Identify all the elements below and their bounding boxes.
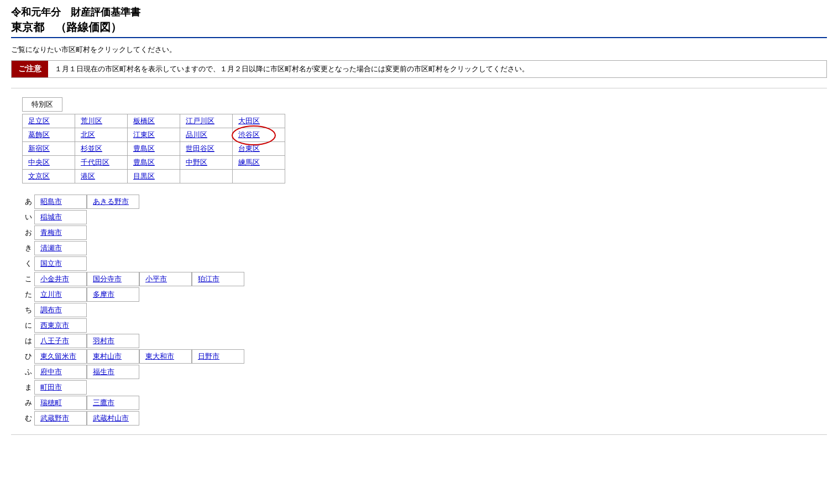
table-cell: 渋谷区 bbox=[233, 128, 285, 142]
kana-label-ta: た bbox=[22, 287, 34, 302]
ward-link-arakawa[interactable]: 荒川区 bbox=[81, 117, 102, 125]
city-cells-ta: 立川市 多摩市 bbox=[34, 287, 139, 302]
city-link-akishima[interactable]: 昭島市 bbox=[40, 197, 62, 206]
table-row: 新宿区 杉並区 豊島区 世田谷区 台東区 bbox=[23, 142, 285, 156]
ward-link-toshima[interactable]: 豊島区 bbox=[133, 144, 155, 153]
city-link-hamura[interactable]: 羽村市 bbox=[93, 337, 114, 345]
ward-link-shinagawa[interactable]: 品川区 bbox=[186, 130, 207, 139]
city-link-kiyose[interactable]: 清瀬市 bbox=[40, 244, 62, 252]
ward-link-itabashi[interactable]: 板橋区 bbox=[133, 117, 155, 125]
ward-link-bunkyo[interactable]: 文京区 bbox=[28, 172, 50, 180]
city-row-fu: ふ 府中市 福生市 bbox=[22, 365, 827, 379]
city-link-chofu[interactable]: 調布市 bbox=[40, 306, 62, 314]
ward-link-meguro[interactable]: 目黒区 bbox=[133, 172, 155, 180]
city-link-higashiyamato[interactable]: 東大和市 bbox=[145, 352, 174, 360]
city-cell: 清瀬市 bbox=[34, 241, 87, 255]
city-link-mitaka[interactable]: 三鷹市 bbox=[93, 398, 114, 407]
city-cell: 武蔵村山市 bbox=[87, 411, 139, 426]
city-row-o: お 青梅市 bbox=[22, 225, 827, 240]
city-cell: 青梅市 bbox=[34, 225, 87, 240]
city-link-mizuho[interactable]: 瑞穂町 bbox=[40, 398, 62, 407]
ward-link-toshima2[interactable]: 豊島区 bbox=[133, 158, 155, 166]
ward-link-kita[interactable]: 北区 bbox=[81, 130, 95, 139]
kana-label-mi: み bbox=[22, 396, 34, 410]
city-link-komae[interactable]: 狛江市 bbox=[198, 275, 219, 283]
city-cell: 昭島市 bbox=[34, 195, 87, 209]
table-cell: 板橋区 bbox=[128, 114, 180, 128]
ward-link-ota[interactable]: 大田区 bbox=[238, 117, 260, 125]
city-link-fuchu[interactable]: 府中市 bbox=[40, 368, 62, 376]
city-cell: 東大和市 bbox=[139, 349, 192, 364]
city-link-hachioji[interactable]: 八王子市 bbox=[40, 337, 69, 345]
table-cell: 江東区 bbox=[128, 128, 180, 142]
city-link-fussa[interactable]: 福生市 bbox=[93, 368, 114, 376]
city-link-hino[interactable]: 日野市 bbox=[198, 352, 219, 360]
city-cell: 羽村市 bbox=[87, 334, 139, 348]
city-cells-ku: 国立市 bbox=[34, 256, 87, 271]
city-link-musashimurayama[interactable]: 武蔵村山市 bbox=[93, 414, 129, 422]
special-ward-header: 特別区 bbox=[22, 97, 62, 112]
table-cell: 新宿区 bbox=[23, 142, 75, 156]
city-link-koganei[interactable]: 小金井市 bbox=[40, 275, 69, 283]
city-link-akiruno[interactable]: あきる野市 bbox=[93, 197, 129, 206]
city-link-machida[interactable]: 町田市 bbox=[40, 383, 62, 391]
city-link-kunitachi[interactable]: 国立市 bbox=[40, 259, 62, 267]
city-cell: 町田市 bbox=[34, 380, 87, 395]
ward-link-shinjuku[interactable]: 新宿区 bbox=[28, 144, 50, 153]
city-link-higashikurume[interactable]: 東久留米市 bbox=[40, 352, 76, 360]
shibuya-highlight: 渋谷区 bbox=[238, 130, 260, 140]
ward-link-minato[interactable]: 港区 bbox=[81, 172, 95, 180]
ward-link-nakano[interactable]: 中野区 bbox=[186, 158, 207, 166]
city-link-musashino[interactable]: 武蔵野市 bbox=[40, 414, 69, 422]
city-cell: 日野市 bbox=[192, 349, 244, 364]
city-link-nishitokyo[interactable]: 西東京市 bbox=[40, 321, 69, 329]
table-cell: 中央区 bbox=[23, 156, 75, 170]
city-cells-a: 昭島市 あきる野市 bbox=[34, 195, 139, 209]
ward-link-taito[interactable]: 台東区 bbox=[238, 144, 260, 153]
city-row-mu: む 武蔵野市 武蔵村山市 bbox=[22, 411, 827, 426]
city-link-tachikawa[interactable]: 立川市 bbox=[40, 290, 62, 298]
city-link-kodaira[interactable]: 小平市 bbox=[145, 275, 167, 283]
main-title: 令和元年分 財産評価基準書 bbox=[11, 6, 827, 19]
ward-link-chuo[interactable]: 中央区 bbox=[28, 158, 50, 166]
city-cells-ha: 八王子市 羽村市 bbox=[34, 334, 139, 348]
city-cell: 稲城市 bbox=[34, 210, 87, 224]
city-cells-ko: 小金井市 国分寺市 小平市 狛江市 bbox=[34, 272, 244, 286]
ward-link-edogawa[interactable]: 江戸川区 bbox=[186, 117, 214, 125]
notice-content: １月１日現在の市区町村名を表示していますので、１月２日以降に市区町村名が変更とな… bbox=[48, 61, 536, 77]
city-row-ni: に 西東京市 bbox=[22, 318, 827, 333]
ward-link-chiyoda[interactable]: 千代田区 bbox=[81, 158, 109, 166]
table-cell: 千代田区 bbox=[75, 156, 128, 170]
table-cell: 世田谷区 bbox=[180, 142, 233, 156]
special-ward-section: 特別区 足立区 荒川区 板橋区 江戸川区 大田区 葛飾区 北区 江東区 品川区 … bbox=[22, 97, 827, 183]
city-cells-ni: 西東京市 bbox=[34, 318, 87, 333]
city-link-ome[interactable]: 青梅市 bbox=[40, 228, 62, 237]
city-cells-fu: 府中市 福生市 bbox=[34, 365, 139, 379]
city-cells-mi: 瑞穂町 三鷹市 bbox=[34, 396, 139, 410]
ward-link-shibuya[interactable]: 渋谷区 bbox=[238, 130, 260, 139]
ward-link-nerima[interactable]: 練馬区 bbox=[238, 158, 260, 166]
city-link-kokubunji[interactable]: 国分寺市 bbox=[93, 275, 122, 283]
city-row-ta: た 立川市 多摩市 bbox=[22, 287, 827, 302]
ward-link-setagaya[interactable]: 世田谷区 bbox=[186, 144, 214, 153]
city-cell: 武蔵野市 bbox=[34, 411, 87, 426]
city-link-inagi[interactable]: 稲城市 bbox=[40, 213, 62, 221]
ward-link-suginami[interactable]: 杉並区 bbox=[81, 144, 102, 153]
table-row: 足立区 荒川区 板橋区 江戸川区 大田区 bbox=[23, 114, 285, 128]
city-row-mi: み 瑞穂町 三鷹市 bbox=[22, 396, 827, 410]
ward-link-adachi[interactable]: 足立区 bbox=[28, 117, 50, 125]
city-link-higashimurayama[interactable]: 東村山市 bbox=[93, 352, 122, 360]
ward-link-katsushika[interactable]: 葛飾区 bbox=[28, 130, 50, 139]
city-cells-chi: 調布市 bbox=[34, 303, 87, 317]
city-cell: 多摩市 bbox=[87, 287, 139, 302]
city-link-tama[interactable]: 多摩市 bbox=[93, 290, 114, 298]
city-row-ki: き 清瀬市 bbox=[22, 241, 827, 255]
table-cell: 江戸川区 bbox=[180, 114, 233, 128]
kana-label-fu: ふ bbox=[22, 365, 34, 379]
notice-box: ご注意 １月１日現在の市区町村名を表示していますので、１月２日以降に市区町村名が… bbox=[11, 60, 827, 78]
notice-label: ご注意 bbox=[12, 61, 48, 77]
ward-link-koto[interactable]: 江東区 bbox=[133, 130, 155, 139]
city-cells-o: 青梅市 bbox=[34, 225, 87, 240]
city-section: あ 昭島市 あきる野市 い 稲城市 お 青梅市 き 清瀬市 く 国立市 こ 小金… bbox=[22, 195, 827, 426]
kana-label-ni: に bbox=[22, 318, 34, 333]
